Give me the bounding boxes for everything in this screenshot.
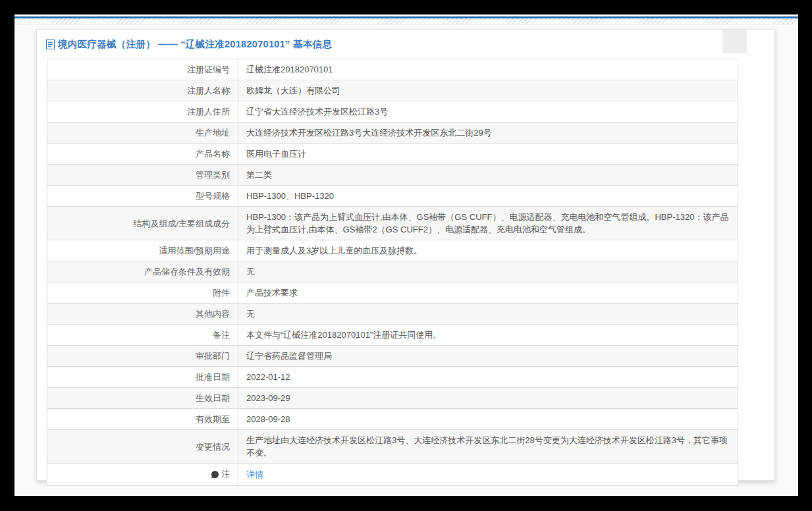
- row-label: 附件: [47, 282, 238, 304]
- detail-link[interactable]: 详情: [246, 470, 263, 479]
- row-label-text: 批准日期: [196, 371, 230, 383]
- table-row: 注册证编号 辽械注准20182070101: [47, 59, 738, 80]
- row-value: 生产地址由大连经济技术开发区松江路3号、大连经济技术开发区东北二街28号变更为大…: [238, 430, 738, 464]
- card-corner-button[interactable]: [722, 30, 747, 53]
- row-label: 生产地址: [47, 122, 238, 144]
- row-value: 2023-09-29: [238, 388, 738, 409]
- table-row: 备注 本文件与“辽械注准20182070101”注册证共同使用。: [47, 325, 738, 346]
- row-label-text: 产品名称: [196, 148, 230, 160]
- row-label: 审批部门: [47, 346, 238, 367]
- row-value: 欧姆龙（大连）有限公司: [238, 80, 738, 101]
- row-label-text: 生效日期: [196, 392, 230, 404]
- row-value: 辽械注准20182070101: [238, 59, 738, 80]
- row-value: 详情: [238, 464, 738, 486]
- row-label-text: 注册人住所: [187, 105, 230, 118]
- table-row: 附件 产品技术要求: [47, 282, 738, 304]
- row-value: 第二类: [238, 165, 738, 186]
- row-value: 大连经济技术开发区松江路3号大连经济技术开发区东北二街29号: [238, 122, 738, 144]
- row-label-text: 审批部门: [196, 350, 230, 362]
- row-label-text: 有效期至: [196, 413, 230, 425]
- info-table: 注册证编号 辽械注准20182070101 注册人名称 欧姆龙（大连）有限公司 …: [47, 59, 738, 486]
- row-label: 注册人名称: [47, 80, 238, 101]
- row-value: 用于测量成人及3岁以上儿童的血压及脉搏数。: [238, 240, 738, 261]
- table-row: 适用范围/预期用途 用于测量成人及3岁以上儿童的血压及脉搏数。: [47, 240, 738, 261]
- table-row: 变更情况 生产地址由大连经济技术开发区松江路3号、大连经济技术开发区东北二街28…: [47, 430, 738, 464]
- row-label: 适用范围/预期用途: [47, 240, 238, 261]
- table-row: 注册人名称 欧姆龙（大连）有限公司: [47, 80, 738, 101]
- info-table-body: 注册证编号 辽械注准20182070101 注册人名称 欧姆龙（大连）有限公司 …: [47, 59, 738, 486]
- row-label-text: 管理类别: [196, 169, 230, 181]
- row-label-text: 附件: [213, 286, 230, 299]
- row-value: 产品技术要求: [238, 282, 738, 304]
- row-label-text: 注册证编号: [187, 63, 230, 76]
- table-row: 生产地址 大连经济技术开发区松江路3号大连经济技术开发区东北二街29号: [47, 122, 738, 144]
- table-row: 注 详情: [47, 464, 738, 486]
- table-row: 审批部门 辽宁省药品监督管理局: [47, 346, 738, 367]
- row-label: 生效日期: [47, 388, 238, 409]
- row-label: 结构及组成/主要组成成分: [47, 207, 238, 240]
- note-icon: [211, 470, 219, 479]
- row-label: 有效期至: [47, 409, 238, 430]
- row-label-text: 变更情况: [196, 441, 230, 453]
- row-label: 其他内容: [47, 304, 238, 325]
- row-label: 型号规格: [47, 186, 238, 207]
- row-label-text: 型号规格: [196, 190, 230, 202]
- row-label: 产品名称: [47, 144, 238, 165]
- row-label-text: 生产地址: [196, 126, 230, 139]
- row-label-text: 产品储存条件及有效期: [144, 265, 230, 278]
- row-value: 无: [238, 304, 738, 325]
- row-label: 变更情况: [47, 430, 238, 464]
- row-label-text: 注册人名称: [187, 84, 230, 97]
- table-row: 结构及组成/主要组成成分 HBP-1300：该产品为上臂式血压计,由本体、GS袖…: [47, 207, 738, 240]
- info-card: 境内医疗器械（注册） —— “辽械注准20182070101” 基本信息 注册证…: [36, 29, 775, 481]
- title-bar: 境内医疗器械（注册） —— “辽械注准20182070101” 基本信息: [37, 30, 774, 59]
- row-label-text: 其他内容: [196, 308, 230, 320]
- row-label: 产品储存条件及有效期: [47, 261, 238, 282]
- row-label-text: 结构及组成/主要组成成分: [133, 217, 230, 230]
- page: 境内医疗器械（注册） —— “辽械注准20182070101” 基本信息 注册证…: [14, 14, 798, 496]
- row-value: 医用电子血压计: [238, 144, 738, 165]
- table-row: 产品名称 医用电子血压计: [47, 144, 738, 165]
- row-value: HBP-1300、HBP-1320: [238, 186, 738, 207]
- table-row: 型号规格 HBP-1300、HBP-1320: [47, 186, 738, 207]
- document-icon: [46, 40, 55, 49]
- row-label: 备注: [47, 325, 238, 346]
- table-row: 注册人住所 辽宁省大连经济技术开发区松江路3号: [47, 101, 738, 122]
- row-label-text: 注: [221, 468, 230, 480]
- page-title: 境内医疗器械（注册） —— “辽械注准20182070101” 基本信息: [58, 38, 332, 51]
- table-row: 有效期至 2028-09-28: [47, 409, 738, 430]
- row-label: 注册人住所: [47, 101, 238, 122]
- table-row: 生效日期 2023-09-29: [47, 388, 738, 409]
- row-value: 本文件与“辽械注准20182070101”注册证共同使用。: [238, 325, 738, 346]
- row-label-text: 适用范围/预期用途: [159, 244, 230, 257]
- table-row: 其他内容 无: [47, 304, 738, 325]
- table-row: 管理类别 第二类: [47, 165, 738, 186]
- row-value: 辽宁省大连经济技术开发区松江路3号: [238, 101, 738, 122]
- table-row: 批准日期 2022-01-12: [47, 367, 738, 388]
- row-label: 注册证编号: [47, 59, 238, 80]
- row-value: 无: [238, 261, 738, 282]
- hatch-band: [14, 18, 798, 25]
- row-label-text: 备注: [213, 329, 230, 341]
- row-value: 2028-09-28: [238, 409, 738, 430]
- row-value: HBP-1300：该产品为上臂式血压计,由本体、GS袖带（GS CUFF）、电源…: [238, 207, 738, 240]
- row-label: 管理类别: [47, 165, 238, 186]
- row-label: 批准日期: [47, 367, 238, 388]
- table-row: 产品储存条件及有效期 无: [47, 261, 738, 282]
- row-value: 辽宁省药品监督管理局: [238, 346, 738, 367]
- row-value: 2022-01-12: [238, 367, 738, 388]
- row-label: 注: [47, 464, 238, 486]
